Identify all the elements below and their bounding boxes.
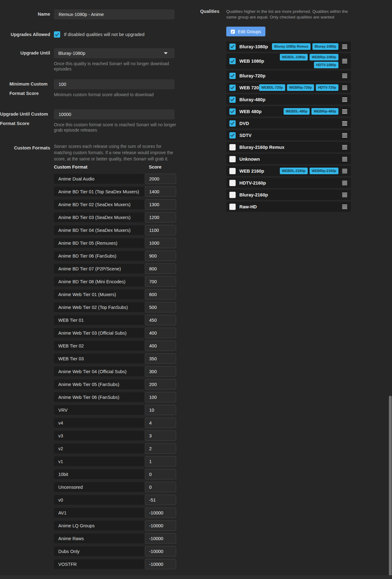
quality-checkbox[interactable] — [229, 192, 236, 198]
table-row: v4 4 — [54, 418, 176, 428]
quality-row: WEB 480p WEBDL-480pWEBRip-480p — [226, 106, 351, 117]
cf-score-input[interactable]: 4 — [145, 418, 176, 428]
edit-groups-button[interactable]: Edit Groups — [226, 27, 265, 36]
name-input[interactable] — [54, 9, 175, 19]
cf-name: Anime Web Tier 01 (Muxers) — [54, 290, 145, 299]
table-row: Anime Dual Audio 2000 — [54, 174, 176, 184]
upgrade-until-custom-format-score-help: Once this custom format score is reached… — [54, 122, 179, 133]
quality-badge: Bluray-1080p — [312, 43, 338, 50]
cf-score-input[interactable]: 1 — [145, 456, 176, 467]
drag-handle-icon[interactable] — [342, 205, 347, 209]
table-row: v2 2 — [54, 444, 176, 453]
table-row: Uncensored 0 — [54, 482, 176, 492]
quality-checkbox[interactable] — [229, 73, 236, 79]
quality-checkbox[interactable] — [229, 108, 236, 115]
quality-checkbox[interactable] — [229, 96, 236, 103]
cf-score-input[interactable]: 100 — [145, 392, 176, 402]
cf-score-input[interactable]: 900 — [145, 251, 176, 261]
cf-name: Anime BD Tier 04 (SeaDex Muxers) — [54, 225, 145, 235]
upgrade-until-help: Once this quality is reached Sonarr will… — [54, 61, 179, 72]
drag-handle-icon[interactable] — [342, 121, 347, 126]
quality-checkbox[interactable] — [229, 44, 236, 50]
upgrade-until-select[interactable]: Bluray-1080p — [54, 48, 175, 58]
cf-score-input[interactable]: 450 — [145, 315, 176, 325]
quality-name: Bluray-2160p Remux — [239, 145, 284, 150]
cf-score-input[interactable]: 800 — [145, 263, 176, 274]
quality-checkbox[interactable] — [229, 120, 236, 127]
cf-score-input[interactable]: 400 — [145, 328, 176, 338]
quality-badge: WEBRip-1080p — [310, 54, 338, 60]
cf-score-input[interactable]: 1000 — [145, 238, 176, 248]
cf-name: 10bit — [54, 469, 145, 479]
quality-row: HDTV-2160p — [226, 178, 351, 188]
cf-score-input[interactable]: 1200 — [145, 212, 176, 222]
quality-checkbox[interactable] — [229, 58, 236, 64]
drag-handle-icon[interactable] — [342, 97, 347, 102]
drag-handle-icon[interactable] — [342, 157, 347, 161]
quality-name: DVD — [239, 121, 249, 126]
cf-score-input[interactable]: 3 — [145, 430, 176, 441]
cf-score-input[interactable]: 200 — [145, 379, 176, 389]
cf-score-input[interactable]: 2 — [145, 443, 176, 454]
drag-handle-icon[interactable] — [342, 44, 347, 49]
quality-checkbox[interactable] — [229, 168, 236, 174]
upgrade-until-custom-format-score-input[interactable] — [54, 109, 175, 119]
drag-handle-icon[interactable] — [342, 133, 347, 138]
quality-row: Unknown — [226, 154, 351, 164]
quality-badges: WEBDL-720pWEBRip-720pHDTV-720p — [265, 84, 338, 91]
vertical-scrollbar-track[interactable] — [389, 0, 392, 579]
cf-name: Anime BD Tier 02 (SeaDex Muxers) — [54, 200, 145, 209]
quality-badges: WEBDL-2160pWEBRip-2160p — [267, 168, 338, 174]
cf-score-input[interactable]: -51 — [145, 495, 176, 505]
quality-row: Raw-HD — [226, 201, 351, 212]
cf-score-input[interactable]: 500 — [145, 302, 176, 312]
drag-handle-icon[interactable] — [342, 109, 347, 114]
profile-form: Name Upgrades Allowed If disabled qualit… — [0, 0, 176, 569]
qualities-section: Qualities Qualities higher in the list a… — [169, 0, 349, 212]
upgrades-allowed-checkbox[interactable] — [54, 31, 60, 38]
cf-name: WEB Tier 03 — [54, 354, 145, 363]
vertical-scrollbar-thumb[interactable] — [389, 396, 392, 579]
quality-badges: WEBDL-480pWEBRip-480p — [265, 108, 338, 115]
table-row: VRV 10 — [54, 405, 176, 415]
quality-checkbox[interactable] — [229, 132, 236, 138]
cf-name: Anime Web Tier 05 (FanSubs) — [54, 379, 145, 389]
cf-score-input[interactable]: -10000 — [145, 508, 176, 518]
drag-handle-icon[interactable] — [342, 74, 347, 78]
cf-score-input[interactable]: 1100 — [145, 225, 176, 235]
table-row: Anime Web Tier 03 (Official Subs) 400 — [54, 328, 176, 338]
cf-score-input[interactable]: 10 — [145, 405, 176, 415]
min-custom-format-score-input[interactable] — [54, 79, 175, 89]
cf-name: Uncensored — [54, 482, 145, 492]
table-row: v1 1 — [54, 456, 176, 466]
cf-score-input[interactable]: 0 — [145, 482, 176, 492]
drag-handle-icon[interactable] — [342, 145, 347, 149]
quality-checkbox[interactable] — [229, 144, 236, 150]
table-row: Anime Web Tier 02 (Top FanSubs) 500 — [54, 302, 176, 312]
quality-checkbox[interactable] — [229, 85, 236, 91]
cf-score-input[interactable]: 300 — [145, 366, 176, 377]
quality-checkbox[interactable] — [229, 204, 236, 210]
drag-handle-icon[interactable] — [342, 169, 347, 173]
quality-badge-line: HDTV-1080p — [314, 62, 338, 68]
drag-handle-icon[interactable] — [342, 193, 347, 197]
drag-handle-icon[interactable] — [342, 86, 347, 90]
quality-checkbox[interactable] — [229, 180, 236, 186]
drag-handle-icon[interactable] — [342, 59, 347, 63]
cf-score-input[interactable]: -10000 — [145, 520, 176, 531]
quality-checkbox[interactable] — [229, 156, 236, 162]
upgrade-until-selected-value: Bluray-1080p — [58, 51, 164, 56]
cf-score-input[interactable]: 700 — [145, 276, 176, 287]
name-form-row: Name — [0, 9, 176, 19]
cf-score-input[interactable]: 350 — [145, 353, 176, 364]
cf-score-input[interactable]: -10000 — [145, 559, 176, 569]
cf-score-input[interactable]: 600 — [145, 289, 176, 300]
quality-name: WEB 480p — [239, 109, 262, 114]
quality-row: WEB 1080p WEBDL-1080pWEBRip-1080pHDTV-10… — [226, 53, 351, 69]
cf-score-input[interactable]: -10000 — [145, 533, 176, 544]
cf-score-input[interactable]: 400 — [145, 341, 176, 351]
quality-badge-line: WEBDL-1080pWEBRip-1080p — [280, 54, 338, 60]
cf-score-input[interactable]: -10000 — [145, 546, 176, 556]
drag-handle-icon[interactable] — [342, 181, 347, 185]
cf-score-input[interactable]: 0 — [145, 469, 176, 479]
